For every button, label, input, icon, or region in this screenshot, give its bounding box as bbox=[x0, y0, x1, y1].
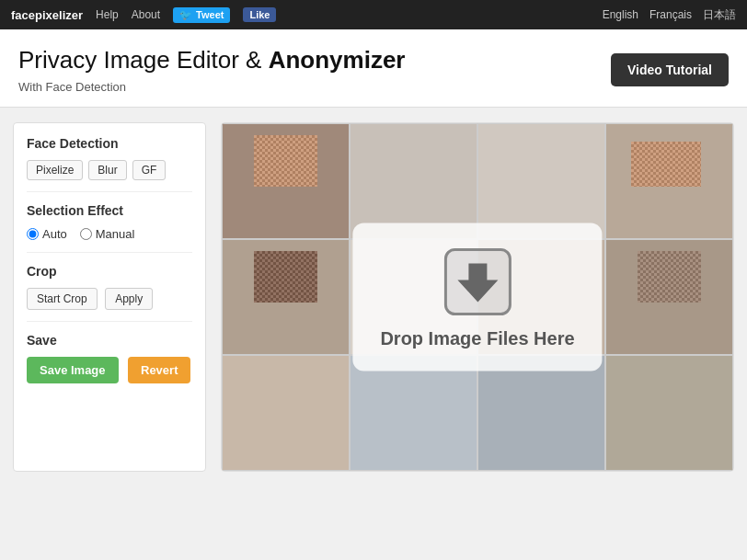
apply-button[interactable]: Apply bbox=[105, 288, 153, 310]
navbar-right: English Français 日本語 bbox=[603, 7, 736, 23]
divider-3 bbox=[27, 321, 192, 322]
photo-cell-3 bbox=[477, 123, 605, 239]
photo-cell-9 bbox=[222, 355, 350, 471]
video-tutorial-button[interactable]: Video Tutorial bbox=[611, 53, 729, 86]
start-crop-button[interactable]: Start Crop bbox=[27, 288, 98, 310]
hero-subtitle: With Face Detection bbox=[18, 80, 405, 94]
photo-cell-10 bbox=[350, 355, 477, 471]
save-image-button[interactable]: Save Image bbox=[27, 357, 119, 383]
pixelize-button[interactable]: Pixelize bbox=[27, 160, 83, 180]
photo-cell-1 bbox=[222, 123, 350, 239]
pixelized-face-8 bbox=[638, 251, 701, 303]
selection-effect-options: Auto Manual bbox=[27, 227, 192, 241]
drop-zone-container[interactable]: Drop Image Files Here bbox=[221, 122, 734, 472]
photo-cell-4 bbox=[605, 123, 733, 239]
tweet-button[interactable]: 🐦 Tweet bbox=[173, 7, 230, 23]
blur-button[interactable]: Blur bbox=[88, 160, 126, 180]
radio-manual-label[interactable]: Manual bbox=[80, 227, 135, 241]
pixelized-face-5 bbox=[254, 251, 317, 303]
gf-button[interactable]: GF bbox=[132, 160, 167, 180]
photo-cell-8 bbox=[605, 239, 733, 355]
save-buttons: Save Image Revert bbox=[27, 357, 192, 383]
radio-auto[interactable] bbox=[27, 228, 39, 240]
lang-french[interactable]: Français bbox=[649, 8, 692, 21]
pixelized-face-1 bbox=[254, 135, 317, 187]
drop-overlay[interactable]: Drop Image Files Here bbox=[352, 223, 602, 371]
lang-japanese[interactable]: 日本語 bbox=[703, 7, 736, 23]
crop-title: Crop bbox=[27, 264, 192, 279]
save-title: Save bbox=[27, 333, 192, 348]
left-panel: Face Detection Pixelize Blur GF Selectio… bbox=[13, 122, 206, 472]
hero-section: Privacy Image Editor & Anonymizer With F… bbox=[0, 29, 747, 108]
brand-logo: facepixelizer bbox=[11, 8, 83, 22]
divider-2 bbox=[27, 252, 192, 253]
twitter-icon: 🐦 bbox=[179, 9, 192, 21]
main-content: Face Detection Pixelize Blur GF Selectio… bbox=[0, 108, 747, 486]
photo-cell-2 bbox=[350, 123, 477, 239]
revert-button[interactable]: Revert bbox=[128, 357, 190, 383]
help-link[interactable]: Help bbox=[96, 8, 119, 21]
divider-1 bbox=[27, 191, 192, 192]
hero-text: Privacy Image Editor & Anonymizer With F… bbox=[18, 46, 405, 94]
photo-cell-12 bbox=[605, 355, 733, 471]
selection-effect-title: Selection Effect bbox=[27, 203, 192, 218]
crop-buttons: Start Crop Apply bbox=[27, 288, 192, 310]
like-button[interactable]: Like bbox=[243, 7, 276, 22]
radio-manual[interactable] bbox=[80, 228, 92, 240]
navbar: facepixelizer Help About 🐦 Tweet Like En… bbox=[0, 0, 747, 29]
drop-zone-text: Drop Image Files Here bbox=[380, 328, 574, 349]
face-detection-title: Face Detection bbox=[27, 136, 192, 151]
about-link[interactable]: About bbox=[132, 8, 160, 21]
lang-english[interactable]: English bbox=[603, 8, 638, 21]
pixelized-face-4 bbox=[631, 142, 700, 188]
drop-arrow-icon bbox=[441, 246, 514, 319]
navbar-left: facepixelizer Help About 🐦 Tweet Like bbox=[11, 7, 276, 23]
face-detection-options: Pixelize Blur GF bbox=[27, 160, 192, 180]
radio-auto-label[interactable]: Auto bbox=[27, 227, 67, 241]
photo-cell-11 bbox=[477, 355, 605, 471]
page-title: Privacy Image Editor & Anonymizer bbox=[18, 46, 405, 74]
photo-cell-5 bbox=[222, 239, 350, 355]
